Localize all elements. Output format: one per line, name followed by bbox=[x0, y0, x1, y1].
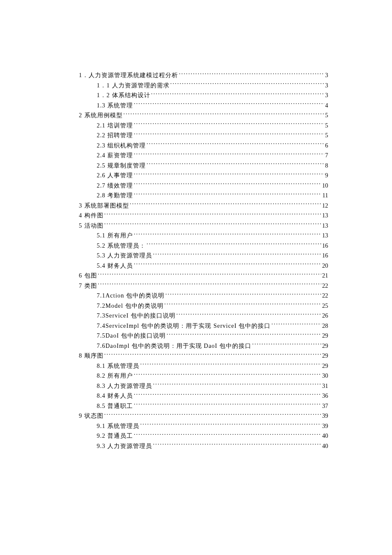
toc-entry: 2.6 人事管理9 bbox=[79, 171, 328, 181]
toc-entry-title: 8.5 普通职工 bbox=[97, 401, 133, 411]
toc-entry-title: 2.6 人事管理 bbox=[97, 171, 133, 181]
toc-entry-page: 12 bbox=[322, 201, 328, 211]
toc-entry-page: 25 bbox=[322, 301, 328, 311]
toc-leader-dots bbox=[179, 71, 324, 77]
toc-entry: 7.6DaoImpl 包中的类说明：用于实现 DaoI 包中的接口29 bbox=[79, 341, 328, 351]
toc-entry-title: 7.5DaoI 包中的接口说明 bbox=[97, 331, 166, 341]
toc-leader-dots bbox=[98, 272, 322, 278]
toc-leader-dots bbox=[104, 412, 322, 418]
toc-entry-page: 10 bbox=[322, 181, 328, 191]
toc-entry-page: 39 bbox=[322, 411, 328, 421]
toc-entry-title: 1．人力资源管理系统建模过程分析 bbox=[79, 70, 178, 81]
toc-entry: 8.3 人力资源管理员31 bbox=[79, 381, 328, 391]
toc-entry: 9.2 普通员工40 bbox=[79, 431, 328, 441]
toc-entry: 8.1 系统管理员29 bbox=[79, 361, 328, 371]
toc-entry-title: 2.5 规章制度管理 bbox=[97, 161, 146, 171]
toc-entry-title: 5.3 人力资源管理员 bbox=[97, 251, 152, 261]
toc-entry: 7 类图22 bbox=[79, 281, 328, 291]
toc-entry-page: 22 bbox=[322, 291, 328, 301]
toc-entry: 8.5 普通职工37 bbox=[79, 401, 328, 411]
toc-leader-dots bbox=[153, 382, 321, 388]
toc-entry: 1．人力资源管理系统建模过程分析3 bbox=[79, 70, 328, 81]
toc-entry-title: 1．2 体系结构设计 bbox=[97, 90, 150, 101]
toc-entry: 1．2 体系结构设计3 bbox=[79, 90, 328, 101]
toc-entry: 5 活动图13 bbox=[79, 221, 328, 231]
toc-leader-dots bbox=[271, 322, 321, 328]
toc-leader-dots bbox=[134, 182, 321, 188]
toc-entry-page: 28 bbox=[322, 321, 328, 331]
toc-leader-dots bbox=[134, 392, 321, 398]
toc-entry-title: 7.6DaoImpl 包中的类说明：用于实现 DaoI 包中的接口 bbox=[97, 341, 251, 351]
toc-entry-title: 8 顺序图 bbox=[79, 351, 104, 361]
toc-leader-dots bbox=[147, 142, 324, 147]
toc-leader-dots bbox=[153, 442, 321, 448]
toc-leader-dots bbox=[134, 432, 321, 438]
toc-entry-title: 7.4ServiceImpl 包中的类说明：用于实现 ServiceI 包中的接… bbox=[97, 321, 271, 331]
toc-entry-title: 2.3 组织机构管理 bbox=[97, 141, 146, 151]
toc-entry: 2.1 培训管理5 bbox=[79, 121, 328, 131]
toc-entry-page: 6 bbox=[325, 141, 328, 151]
toc-leader-dots bbox=[130, 202, 322, 208]
toc-entry-page: 36 bbox=[322, 391, 328, 401]
toc-leader-dots bbox=[134, 262, 321, 268]
toc-entry: 5.1 所有用户13 bbox=[79, 231, 328, 241]
toc-leader-dots bbox=[147, 242, 321, 248]
toc-entry: 2.3 组织机构管理6 bbox=[79, 141, 328, 151]
toc-entry: 2 系统用例模型5 bbox=[79, 110, 328, 121]
toc-entry-page: 37 bbox=[322, 401, 328, 411]
toc-entry-page: 11 bbox=[323, 191, 328, 201]
toc-entry-page: 5 bbox=[325, 121, 328, 131]
toc-entry-title: 1.3 系统管理 bbox=[97, 101, 133, 111]
toc-entry-title: 2 系统用例模型 bbox=[79, 110, 123, 121]
toc-entry-page: 30 bbox=[322, 371, 328, 381]
toc-entry-page: 13 bbox=[322, 221, 328, 231]
toc-entry-page: 22 bbox=[322, 281, 328, 291]
toc-entry-title: 9.3 人力资源管理员 bbox=[97, 441, 152, 451]
toc-leader-dots bbox=[104, 222, 322, 228]
toc-entry: 9 状态图39 bbox=[79, 411, 328, 421]
toc-entry: 8.4 财务人员36 bbox=[79, 391, 328, 401]
toc-entry: 5.3 人力资源管理员16 bbox=[79, 251, 328, 261]
toc-leader-dots bbox=[104, 211, 322, 217]
toc-leader-dots bbox=[134, 131, 324, 137]
toc-leader-dots bbox=[140, 422, 321, 428]
toc-leader-dots bbox=[134, 101, 324, 107]
toc-entry-title: 5.1 所有用户 bbox=[97, 231, 133, 241]
toc-entry: 3 系统部署图模型12 bbox=[79, 201, 328, 211]
toc-entry-page: 3 bbox=[325, 81, 328, 91]
toc-leader-dots bbox=[252, 342, 321, 348]
toc-entry: 4 构件图13 bbox=[79, 211, 328, 221]
toc-leader-dots bbox=[134, 402, 321, 408]
toc-entry-page: 3 bbox=[325, 70, 328, 81]
toc-entry: 5.2 系统管理员：16 bbox=[79, 241, 328, 251]
toc-entry-title: 2.1 培训管理 bbox=[97, 121, 133, 131]
toc-leader-dots bbox=[134, 151, 324, 157]
toc-leader-dots bbox=[170, 81, 325, 87]
toc-entry-page: 29 bbox=[322, 361, 328, 371]
toc-entry-page: 13 bbox=[322, 211, 328, 221]
toc-entry-title: 5.4 财务人员 bbox=[97, 261, 133, 271]
toc-entry-page: 9 bbox=[325, 171, 328, 181]
toc-entry-title: 9.2 普通员工 bbox=[97, 431, 133, 441]
toc-entry: 1．1 人力资源管理的需求3 bbox=[79, 81, 328, 91]
toc-entry-title: 1．1 人力资源管理的需求 bbox=[97, 81, 170, 91]
toc-entry-title: 5 活动图 bbox=[79, 221, 104, 231]
toc-entry: 2.8 考勤管理11 bbox=[79, 191, 328, 201]
toc-entry-page: 16 bbox=[322, 251, 328, 261]
toc-entry-title: 8.4 财务人员 bbox=[97, 391, 133, 401]
toc-entry-title: 4 构件图 bbox=[79, 211, 104, 221]
toc-entry-page: 29 bbox=[322, 341, 328, 351]
toc-entry-title: 2.4 薪资管理 bbox=[97, 150, 133, 161]
toc-entry: 9.1 系统管理员39 bbox=[79, 421, 328, 431]
toc-entry: 7.1Action 包中的类说明22 bbox=[79, 291, 328, 301]
toc-entry-page: 40 bbox=[322, 431, 328, 441]
toc-entry: 7.2Model 包中的类说明25 bbox=[79, 301, 328, 311]
toc-leader-dots bbox=[165, 292, 321, 298]
toc-leader-dots bbox=[151, 91, 325, 97]
toc-leader-dots bbox=[134, 231, 321, 237]
toc-entry: 5.4 财务人员20 bbox=[79, 261, 328, 271]
toc-entry-page: 26 bbox=[322, 311, 328, 321]
toc-entry-title: 7.2Model 包中的类说明 bbox=[97, 301, 164, 311]
toc-leader-dots bbox=[98, 282, 322, 288]
toc-entry-title: 7.1Action 包中的类说明 bbox=[97, 291, 164, 301]
